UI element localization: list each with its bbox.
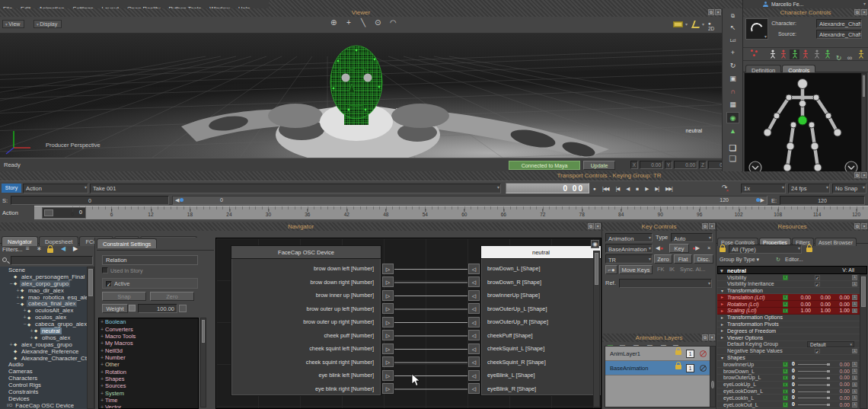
node-row-eyeblink-r-shape[interactable]: eyeBlink_R [Shape]◁: [481, 382, 601, 396]
character-dropdown[interactable]: Alexandre_Character▾: [816, 19, 862, 28]
lock-icon[interactable]: [720, 248, 726, 252]
delete-key-icon[interactable]: ×: [707, 244, 710, 253]
animated-icon[interactable]: A: [852, 295, 857, 300]
reference-dropdown[interactable]: ▾: [619, 279, 712, 288]
snap-dropdown[interactable]: No Snap▾: [832, 184, 866, 193]
property-viewer-options[interactable]: ▸Viewer Options: [717, 334, 860, 341]
tree-item-mao-robotica-esq-alex[interactable]: +◆mao_robotica_esq_alex: [0, 294, 87, 301]
filter-star-icon[interactable]: ∗: [37, 245, 42, 252]
2d-mode-icon[interactable]: ●2D: [708, 21, 714, 31]
fps-dropdown[interactable]: 24 fps▾: [788, 184, 830, 193]
tree-item-oculos-alex[interactable]: +◆oculos_alex: [0, 314, 87, 321]
property-transformation-pivots[interactable]: ▸Transformation Pivots: [717, 321, 860, 328]
keyable-icon[interactable]: K: [783, 295, 788, 300]
source-dropdown[interactable]: Alexandre_Character_C...▾: [816, 30, 862, 39]
node-row-eye-blink-right-number[interactable]: eye blink right [Number]▷: [231, 382, 381, 396]
output-connector[interactable]: ▷: [382, 383, 394, 394]
animated-icon[interactable]: A: [852, 369, 857, 374]
operator-scrollbar[interactable]: [200, 318, 206, 407]
rotate-icon[interactable]: ↻: [726, 60, 739, 72]
snap-icon[interactable]: ∩: [726, 86, 739, 97]
tree-item-alexandre-reference[interactable]: ◆Alexandre_Reference: [0, 348, 87, 355]
keyable-icon[interactable]: K: [783, 389, 788, 395]
weight-key-icon[interactable]: [129, 305, 136, 312]
zoom-left-handle[interactable]: ◀: [175, 197, 184, 203]
stop-button[interactable]: ■: [636, 184, 638, 193]
local-mode-icon[interactable]: Lcl: [726, 35, 739, 46]
character-icon-white[interactable]: [767, 50, 777, 59]
type-filter-dropdown[interactable]: All (Type)▾: [729, 244, 802, 254]
editor-button[interactable]: Editor...: [785, 257, 803, 262]
prev-key-icon[interactable]: ◀●: [656, 244, 663, 253]
user-account-row[interactable]: Marcello Fe... ▾: [743, 0, 868, 8]
fk-toggle[interactable]: FK: [657, 265, 665, 274]
output-connector[interactable]: ▷: [382, 370, 394, 381]
operator-time[interactable]: +Time: [99, 397, 198, 404]
keyable-icon[interactable]: K: [783, 275, 788, 280]
operator-vector[interactable]: +Vector: [99, 404, 198, 409]
animated-icon[interactable]: A: [852, 375, 857, 381]
character-icon-gray[interactable]: [812, 50, 822, 59]
used-in-story-row[interactable]: Used In Story: [102, 267, 142, 275]
add-character-icon[interactable]: [823, 50, 833, 59]
input-connector[interactable]: ◁: [468, 317, 480, 328]
tree-item-alex-corpo-grupo[interactable]: −◆alex_corpo_grupo: [0, 280, 87, 287]
tree-item-alexandre-character-ctrl-r[interactable]: ◆Alexandre_Character_Ctrl_R: [0, 355, 87, 362]
float-panel-icon[interactable]: ⧉: [854, 9, 860, 15]
float-panel-icon[interactable]: ⧉: [708, 9, 714, 15]
property-slider[interactable]: [798, 391, 830, 392]
ruler-dropdown-icon[interactable]: ▾: [685, 21, 688, 27]
start-frame-field[interactable]: 0: [11, 196, 169, 205]
property-checkbox[interactable]: ✓: [815, 349, 820, 354]
animated-icon[interactable]: A: [852, 275, 857, 280]
fcurve-dropdown-icon[interactable]: ▾: [702, 21, 704, 27]
scale-icon[interactable]: ▣: [726, 73, 739, 85]
keyable-icon[interactable]: K: [783, 302, 788, 307]
end-frame-field[interactable]: 120: [780, 196, 865, 205]
layer-baseanimation[interactable]: BaseAnimation1: [605, 361, 713, 375]
weight-button[interactable]: Weight: [102, 304, 128, 313]
tree-item-cabeca-final-alex[interactable]: −◆cabeca_final_alex: [0, 300, 87, 307]
input-connector[interactable]: ◁: [468, 303, 480, 314]
layer-animlayer1[interactable]: AnimLayer11: [605, 347, 713, 361]
skip-end-button[interactable]: ▶▶|: [665, 184, 672, 193]
output-connector[interactable]: ▷: [382, 356, 394, 367]
zoom-icon[interactable]: ⊙: [375, 18, 381, 27]
tree-item-olhos-alex[interactable]: +◆olhos_alex: [0, 334, 87, 341]
record-button[interactable]: ●: [593, 184, 595, 193]
operator-number[interactable]: +Number: [99, 354, 198, 361]
close-panel-icon[interactable]: ×: [861, 9, 867, 15]
tree-item-neutral[interactable]: +◆neutral: [0, 328, 87, 334]
next-key-button[interactable]: ▶|: [655, 184, 659, 193]
node-row-eyeblink-l-shape[interactable]: eyeBlink_L [Shape]◁: [481, 369, 601, 382]
fcurve-icon[interactable]: [691, 21, 702, 28]
current-frame-handle[interactable]: 0: [42, 207, 86, 219]
node-row-cheeksquint-r-shape[interactable]: cheekSquint_R [Shape]◁: [481, 356, 601, 369]
property-checkbox[interactable]: ✓: [815, 275, 820, 280]
tab-constraint-settings[interactable]: Constraint Settings: [97, 238, 157, 248]
constraint-name-field[interactable]: Relation: [102, 255, 198, 265]
keyable-icon[interactable]: K: [783, 362, 788, 367]
tree-item-mao-dir-alex[interactable]: +◆mao_dir_alex: [0, 287, 87, 294]
skip-start-button[interactable]: |◀◀: [602, 184, 609, 193]
loop-toggle-icon[interactable]: ↷: [722, 184, 730, 191]
target-shape-node[interactable]: neutral browDown_L [Shape]◁browDown_R [S…: [480, 245, 602, 396]
line-tool-icon[interactable]: ╲: [361, 18, 365, 27]
character-rig-view[interactable]: [744, 72, 867, 177]
character-icon-green[interactable]: [790, 50, 799, 59]
node-row-brow-outer-up-left-number[interactable]: brow outer up left [Number]▷: [231, 302, 381, 316]
properties-scrollbar[interactable]: [860, 274, 867, 409]
forward-arrow-icon[interactable]: ▶: [73, 245, 78, 252]
refresh-icon[interactable]: ↻: [776, 257, 780, 263]
close-panel-icon[interactable]: ×: [595, 223, 601, 229]
key-type-dropdown[interactable]: Auto▾: [671, 233, 713, 242]
update-button[interactable]: Update: [583, 161, 615, 170]
tree-scrollbar[interactable]: [87, 267, 94, 409]
float-panel-icon[interactable]: ⧉: [702, 334, 708, 340]
source-device-node[interactable]: FaceCap OSC Device brow down left [Numbe…: [231, 245, 381, 396]
tree-item-oculosalt-alex[interactable]: +◆oculosAlt_alex: [0, 307, 87, 314]
operator-my-macros[interactable]: +My Macros: [99, 340, 198, 347]
list-options-icon[interactable]: ≡: [26, 245, 30, 252]
relation-view-settings-icon[interactable]: ◉: [591, 240, 599, 248]
operator-macro-tools[interactable]: +Macro Tools: [99, 333, 198, 340]
